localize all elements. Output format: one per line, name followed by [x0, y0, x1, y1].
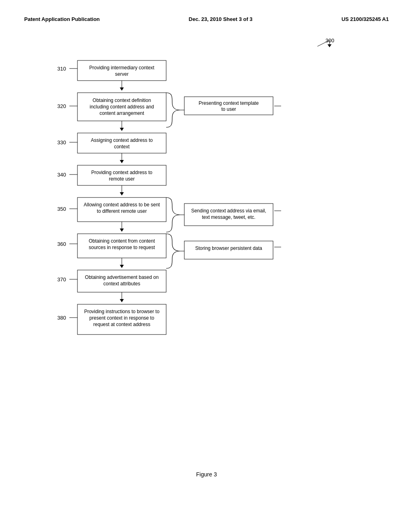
box-310: [77, 60, 166, 81]
header-center: Dec. 23, 2010 Sheet 3 of 3: [189, 16, 252, 22]
header-right: US 2100/325245 A1: [342, 16, 389, 22]
text-310: Providing intermediary context: [89, 65, 154, 71]
step-label-310: 310: [57, 66, 66, 72]
text-320c: content arrangement: [100, 110, 144, 116]
svg-marker-10: [120, 128, 124, 131]
header-left: Patent Application Publication: [24, 16, 100, 22]
text-325b: to user: [221, 106, 236, 112]
box-330: [77, 133, 166, 153]
svg-marker-13: [120, 160, 124, 163]
svg-marker-21: [120, 229, 124, 232]
svg-marker-5: [120, 87, 124, 91]
text-330a: Assigning context address to: [91, 137, 153, 143]
step-label-320: 320: [57, 103, 66, 109]
svg-marker-2: [327, 44, 332, 47]
text-355b: text message, tweet, etc.: [202, 214, 256, 220]
figure-caption: Figure 3: [24, 471, 389, 478]
text-310b: server: [115, 71, 128, 77]
text-380c: request at context address: [93, 322, 150, 327]
svg-marker-29: [120, 299, 124, 302]
text-355a: Sending context address via email,: [191, 208, 266, 214]
step-label-380: 380: [57, 315, 66, 321]
text-365a: Storing browser persistent data: [195, 245, 262, 251]
text-325a: Presenting context template: [199, 100, 259, 106]
text-340a: Providing context address to: [91, 170, 152, 175]
text-320b: including content address and: [90, 104, 154, 110]
brace-320: [166, 93, 180, 127]
reference-number: 300: [325, 37, 334, 44]
text-340b: remote user: [109, 176, 135, 182]
box-340: [77, 165, 166, 185]
step-label-370: 370: [57, 276, 66, 283]
text-350b: to different remote user: [97, 208, 147, 214]
text-380a: Providing instructions to browser to: [84, 309, 160, 314]
text-370a: Obtaining advertisement based on: [85, 274, 159, 280]
brace-350: [166, 197, 180, 232]
text-360b: sources in response to request: [89, 245, 155, 250]
step-label-350: 350: [57, 206, 66, 212]
text-330b: context: [114, 144, 130, 150]
page-header: Patent Application Publication Dec. 23, …: [24, 16, 389, 22]
svg-marker-26: [120, 265, 124, 268]
flowchart-container: 300 310 Providing intermediary context s…: [35, 30, 378, 455]
text-320a: Obtaining context definition: [93, 98, 151, 103]
text-370b: context attributes: [103, 281, 140, 287]
text-380b: present context in response to: [90, 315, 154, 321]
step-label-330: 330: [57, 139, 66, 145]
text-360a: Obtaining content from content: [89, 238, 155, 244]
step-label-340: 340: [57, 172, 66, 178]
brace-360: [166, 234, 180, 268]
step-label-360: 360: [57, 241, 66, 247]
svg-marker-16: [120, 192, 124, 195]
text-350a: Allowing context address to be sent: [84, 202, 160, 208]
